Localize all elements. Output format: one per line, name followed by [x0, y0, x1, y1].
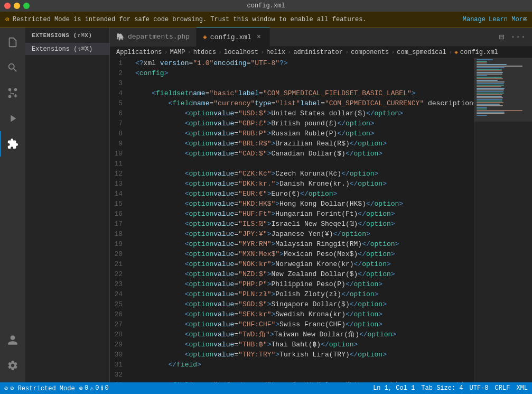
code-content[interactable]: <?xml version="1.0" encoding="UTF-8"?><c…	[131, 58, 474, 382]
source-control-icon	[7, 87, 18, 99]
line-number-13: 13	[110, 179, 127, 189]
code-line-19: <option value="MYR:RM">Malaysian Ringgit…	[135, 239, 474, 249]
sidebar-panel: Extensions (⇧⌘X) Extensions (⇧⌘X)	[25, 28, 110, 382]
status-tab-size[interactable]: Tab Size: 4	[421, 384, 463, 392]
status-line-ending[interactable]: CRLF	[495, 384, 510, 392]
line-number-26: 26	[110, 309, 127, 319]
line-number-1: 1	[110, 58, 127, 68]
titlebar: config.xml	[0, 0, 532, 12]
sidebar-item-extensions[interactable]: Extensions (⇧⌘X)	[25, 43, 109, 55]
breadcrumb-xml-icon: ◈	[454, 49, 458, 56]
encoding-label: UTF-8	[470, 384, 489, 392]
breadcrumb: Applications › MAMP › htdocs › localhost…	[110, 47, 532, 58]
status-restricted-mode[interactable]: ⊘ ⊘ Restricted Mode	[4, 384, 75, 392]
tab-bar-actions: ⊟ ···	[497, 31, 532, 43]
restricted-banner: ⊘ Restricted Mode is intended for safe c…	[0, 12, 532, 28]
restricted-mode-label: ⊘ Restricted Mode	[10, 384, 74, 392]
line-ending-label: CRLF	[495, 384, 510, 392]
window-controls[interactable]	[4, 3, 30, 9]
sidebar-panel-title: Extensions (⇧⌘X)	[25, 28, 109, 43]
warning-count: 0	[95, 384, 99, 392]
minimize-dot[interactable]	[14, 3, 20, 9]
activity-explorer[interactable]	[0, 30, 25, 55]
tab-close-button[interactable]: ×	[255, 33, 263, 41]
code-line-9: <option value="BRL:R$">Brazilian Real(R$…	[135, 139, 474, 149]
line-number-9: 9	[110, 139, 127, 149]
status-language[interactable]: XML	[516, 384, 528, 392]
code-line-24: <option value="PLN:zł">Polish Zloty(zł)<…	[135, 289, 474, 299]
line-number-15: 15	[110, 199, 127, 209]
breadcrumb-helix[interactable]: helix	[266, 49, 285, 56]
tab-config[interactable]: ◈ config.xml ×	[197, 28, 270, 47]
line-number-10: 10	[110, 149, 127, 159]
minimap-content	[474, 58, 532, 382]
error-icon: ⊗	[79, 384, 83, 392]
php-icon: 🐘	[116, 33, 125, 41]
more-actions-button[interactable]: ···	[508, 31, 528, 43]
files-icon	[7, 36, 18, 48]
breadcrumb-mamp[interactable]: MAMP	[170, 49, 185, 56]
code-area: 1234567891011121314151617181920212223242…	[110, 58, 474, 382]
line-number-8: 8	[110, 129, 127, 139]
tab-departments[interactable]: 🐘 departments.php	[110, 28, 197, 47]
activity-settings[interactable]	[0, 353, 25, 378]
maximize-dot[interactable]	[23, 3, 30, 9]
breadcrumb-administrator[interactable]: administrator	[293, 49, 343, 56]
manage-link[interactable]: Manage	[463, 16, 486, 23]
breadcrumb-components[interactable]: components	[351, 49, 389, 56]
tab-size-label: Tab Size: 4	[421, 384, 463, 392]
banner-close-button[interactable]: ×	[522, 15, 528, 24]
activity-bar	[0, 28, 25, 382]
breadcrumb-htdocs[interactable]: htdocs	[193, 49, 216, 56]
line-number-20: 20	[110, 249, 127, 259]
line-number-5: 5	[110, 98, 127, 108]
account-icon	[7, 334, 18, 346]
breadcrumb-applications[interactable]: Applications	[116, 49, 162, 56]
code-line-11	[135, 159, 474, 169]
status-errors[interactable]: ⊗ 0 ⚠ 0 ℹ 0	[79, 384, 109, 392]
code-line-30: <option value="TRY:TRY">Turkish Lira(TRY…	[135, 350, 474, 360]
code-line-28: <option value="TWD:角">Taiwan New Dollar(…	[135, 329, 474, 340]
line-number-11: 11	[110, 159, 127, 169]
line-numbers: 1234567891011121314151617181920212223242…	[110, 58, 131, 382]
learn-more-link[interactable]: Learn More	[489, 16, 527, 23]
code-line-14: <option value="EUR:€">Euro(€)</option>	[135, 189, 474, 199]
status-position[interactable]: Ln 1, Col 1	[373, 384, 415, 392]
xml-icon: ◈	[203, 33, 207, 41]
banner-text: Restricted Mode is intended for safe cod…	[13, 16, 460, 23]
search-icon	[7, 62, 18, 74]
code-line-33: <field name="sef_advanced" type="radio" …	[135, 380, 474, 382]
restricted-mode-icon: ⊘	[4, 384, 8, 392]
sidebar-item-label: Extensions (⇧⌘X)	[32, 45, 92, 53]
line-number-33: 33	[110, 380, 127, 382]
code-line-12: <option value="CZK:Kč">Czech Koruna(Kč)<…	[135, 169, 474, 179]
activity-run[interactable]	[0, 106, 25, 131]
activity-search[interactable]	[0, 55, 25, 80]
code-line-18: <option value="JPY:¥">Japanese Yen(¥)</o…	[135, 229, 474, 239]
line-number-6: 6	[110, 108, 127, 118]
status-encoding[interactable]: UTF-8	[470, 384, 489, 392]
activity-extensions[interactable]	[0, 131, 25, 157]
editor-main[interactable]: 1234567891011121314151617181920212223242…	[110, 58, 474, 382]
activity-source-control[interactable]	[0, 80, 25, 106]
code-line-29: <option value="THB:฿">Thai Baht(฿)</opti…	[135, 340, 474, 350]
line-number-7: 7	[110, 118, 127, 129]
code-line-26: <option value="SEK:kr">Swedish Krona(kr)…	[135, 309, 474, 319]
breadcrumb-localhost[interactable]: localhost	[224, 49, 258, 56]
activity-account[interactable]	[0, 327, 25, 353]
close-dot[interactable]	[4, 3, 11, 9]
breadcrumb-config-xml[interactable]: config.xml	[460, 49, 498, 56]
line-number-30: 30	[110, 350, 127, 360]
breadcrumb-com-spmedical[interactable]: com_spmedical	[397, 49, 446, 56]
minimap	[474, 58, 532, 382]
tab-label-config: config.xml	[210, 33, 251, 41]
line-number-25: 25	[110, 299, 127, 309]
tab-bar: 🐘 departments.php ◈ config.xml × ⊟ ···	[110, 28, 532, 47]
code-line-27: <option value="CHF:CHF">Swiss Franc(CHF)…	[135, 319, 474, 329]
code-line-8: <option value="RUB:P">Russian Ruble(P)</…	[135, 129, 474, 139]
extensions-icon	[7, 138, 18, 150]
code-line-10: <option value="CAD:$">Canadian Dollar($)…	[135, 149, 474, 159]
code-line-2: <config>	[135, 68, 474, 78]
position-label: Ln 1, Col 1	[373, 384, 415, 392]
split-editor-button[interactable]: ⊟	[497, 31, 507, 43]
